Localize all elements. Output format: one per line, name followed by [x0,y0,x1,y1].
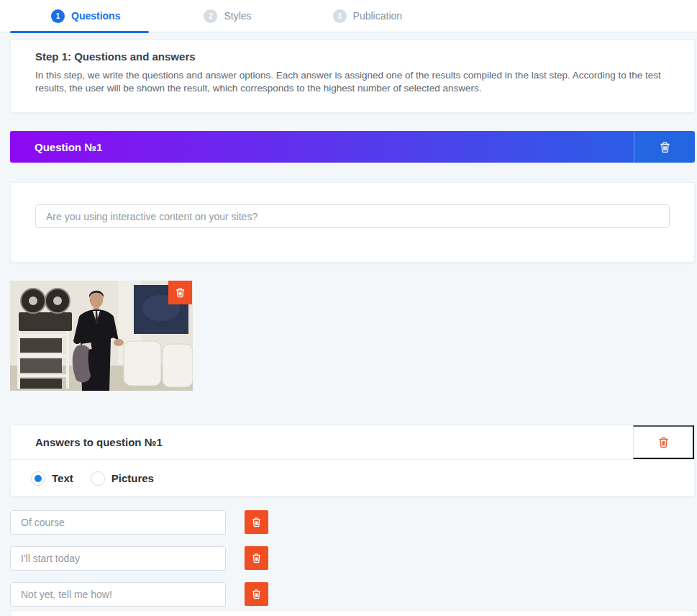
radio-pictures-label: Pictures [111,472,154,484]
tab-styles-badge: 2 [204,9,217,23]
trash-icon [250,516,263,528]
tab-publication-label: Publication [353,10,403,22]
radio-selected-icon [31,471,45,486]
step-description: In this step, we write the questions and… [35,69,673,95]
step-tabbar: 1 Questions 2 Styles 3 Publication [0,0,697,32]
trash-icon [657,435,670,449]
answers-header: Answers to question №1 [11,425,694,460]
trash-icon [174,286,186,299]
answers-delete-button[interactable] [633,425,694,459]
radio-text[interactable]: Text [31,471,73,486]
question-input[interactable] [35,204,670,228]
answers-title: Answers to question №1 [11,436,163,448]
answer-delete-button-3[interactable] [245,582,268,606]
radio-unselected-icon [91,471,105,486]
step-title: Step 1: Questions and answers [35,50,670,63]
answer-row [10,546,268,571]
tab-publication[interactable]: 3 Publication [333,9,403,23]
tab-questions[interactable]: 1 Questions [51,9,120,23]
image-delete-button[interactable] [168,281,192,304]
question-title: Question №1 [35,141,102,153]
answer-row [10,582,268,607]
answers-card: Answers to question №1 Text Pictures [10,425,695,497]
question-delete-button[interactable] [634,131,695,163]
active-tab-underline [10,31,149,33]
answer-input-3[interactable] [10,582,226,607]
meme-image [10,281,193,391]
answer-input-1[interactable] [10,510,226,535]
next-section-card-edge [10,610,695,616]
answer-delete-button-1[interactable] [245,510,268,534]
trash-icon [250,588,263,600]
step-description-card: Step 1: Questions and answers In this st… [10,40,695,113]
tab-questions-badge: 1 [51,9,65,23]
question-image [10,281,193,391]
question-header: Question №1 [10,131,634,163]
radio-text-label: Text [52,472,73,484]
answer-type-row: Text Pictures [11,460,694,497]
tab-questions-label: Questions [71,10,120,22]
answer-row [10,510,268,535]
radio-pictures[interactable]: Pictures [91,471,154,486]
answer-input-2[interactable] [10,546,226,571]
trash-icon [250,552,263,564]
tab-styles[interactable]: 2 Styles [204,9,251,23]
tab-publication-badge: 3 [333,9,347,23]
question-card [10,182,695,263]
question-header-bar: Question №1 [10,131,695,163]
trash-icon [658,140,672,154]
tab-styles-label: Styles [224,10,251,22]
answer-delete-button-2[interactable] [245,546,268,570]
